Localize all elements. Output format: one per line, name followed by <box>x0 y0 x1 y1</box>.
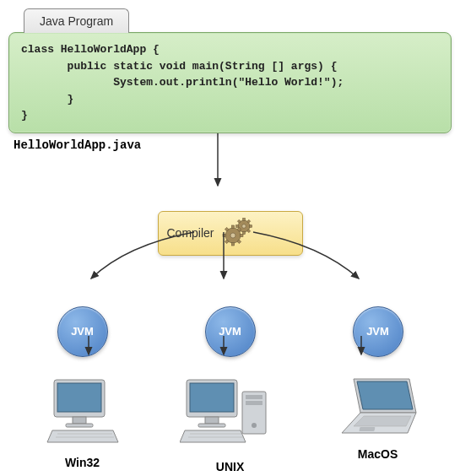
jvm-circle-macos: JVM <box>353 306 403 357</box>
svg-rect-35 <box>198 424 225 427</box>
machine-unix: UNIX <box>171 372 290 473</box>
svg-rect-16 <box>240 234 243 236</box>
svg-rect-15 <box>223 234 226 236</box>
svg-point-2 <box>241 224 246 228</box>
svg-point-12 <box>230 233 235 238</box>
svg-rect-4 <box>242 231 245 234</box>
source-code-box: class HelloWorldApp { public static void… <box>8 32 452 133</box>
gears-icon <box>221 217 257 250</box>
svg-rect-26 <box>57 383 101 412</box>
machine-label-unix: UNIX <box>171 460 290 473</box>
code-tab: Java Program <box>24 8 129 33</box>
svg-rect-28 <box>73 417 86 424</box>
compiler-box: Compiler <box>158 211 303 256</box>
machine-win32: Win32 <box>24 372 142 473</box>
svg-rect-29 <box>66 424 93 427</box>
laptop-icon <box>332 372 425 440</box>
desktop-computer-icon <box>41 372 125 448</box>
compiler-label: Compiler <box>167 226 214 240</box>
svg-rect-13 <box>231 225 234 229</box>
workstation-icon <box>180 372 281 452</box>
svg-rect-38 <box>246 401 262 405</box>
machine-label-win32: Win32 <box>24 456 142 469</box>
machine-macos: MacOS <box>319 372 437 473</box>
jvm-circle-unix: JVM <box>205 306 256 357</box>
jvm-circle-win32: JVM <box>57 306 108 357</box>
svg-rect-14 <box>231 242 234 246</box>
svg-rect-5 <box>235 224 238 227</box>
svg-rect-42 <box>359 427 375 431</box>
svg-rect-33 <box>190 383 234 412</box>
svg-rect-3 <box>242 218 245 220</box>
svg-rect-6 <box>249 224 252 227</box>
svg-point-39 <box>252 423 257 428</box>
source-filename: HelloWorldApp.java <box>14 138 452 152</box>
svg-rect-34 <box>205 417 219 424</box>
svg-rect-37 <box>246 395 262 399</box>
machine-label-macos: MacOS <box>319 447 437 461</box>
